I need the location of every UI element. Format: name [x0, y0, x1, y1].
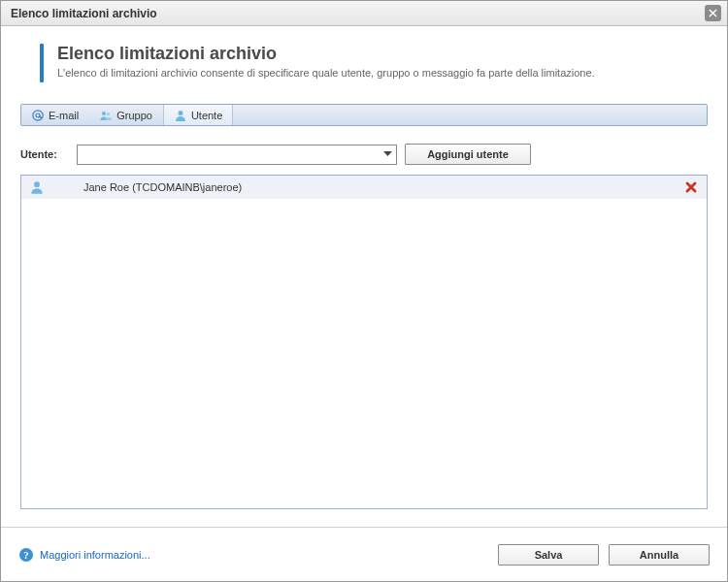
help-icon: ?: [18, 547, 34, 563]
tab-user[interactable]: Utente: [163, 105, 233, 125]
close-icon: [709, 9, 717, 17]
user-label: Utente:: [20, 148, 69, 160]
chevron-down-icon: [383, 151, 392, 157]
tab-email[interactable]: E-mail: [21, 105, 89, 125]
add-user-button[interactable]: Aggiungi utente: [405, 144, 531, 165]
combobox-arrow[interactable]: [380, 146, 396, 164]
user-icon: [174, 109, 187, 122]
user-icon: [29, 179, 45, 195]
tab-bar: E-mail Gruppo Utente: [20, 104, 708, 126]
titlebar: Elenco limitazioni archivio: [1, 1, 727, 26]
delete-icon: [684, 180, 698, 194]
svg-point-2: [102, 112, 106, 115]
page-title: Elenco limitazioni archivio: [57, 44, 595, 64]
content-area: Elenco limitazioni archivio L'elenco di …: [1, 26, 727, 527]
at-icon: [31, 109, 45, 122]
tab-email-label: E-mail: [49, 110, 79, 121]
svg-point-4: [178, 111, 182, 115]
tab-group[interactable]: Gruppo: [89, 105, 163, 125]
user-combobox[interactable]: [77, 145, 397, 165]
window-title: Elenco limitazioni archivio: [11, 7, 705, 20]
dialog-window: Elenco limitazioni archivio Elenco limit…: [0, 0, 728, 582]
save-button[interactable]: Salva: [498, 544, 599, 566]
user-form-row: Utente: Aggiungi utente: [20, 144, 708, 165]
footer: ? Maggiori informazioni... Salva Annulla: [1, 527, 727, 581]
user-list: Jane Roe (TCDOMAINB\janeroe): [20, 175, 708, 509]
list-item[interactable]: Jane Roe (TCDOMAINB\janeroe): [21, 176, 707, 199]
svg-text:?: ?: [23, 549, 29, 561]
list-item-label: Jane Roe (TCDOMAINB\janeroe): [54, 181, 674, 193]
group-icon: [99, 109, 113, 122]
svg-point-3: [107, 112, 110, 114]
cancel-button[interactable]: Annulla: [609, 544, 710, 566]
svg-point-0: [33, 110, 43, 119]
close-button[interactable]: [705, 5, 721, 21]
user-input[interactable]: [78, 146, 380, 164]
tab-group-label: Gruppo: [116, 110, 152, 121]
tab-user-label: Utente: [191, 110, 222, 121]
header-accent: [40, 44, 44, 82]
footer-left: ? Maggiori informazioni...: [18, 547, 488, 563]
footer-buttons: Salva Annulla: [498, 544, 710, 566]
page-subtitle: L'elenco di limitazioni archivio consent…: [57, 67, 595, 79]
svg-point-5: [34, 181, 40, 187]
delete-button[interactable]: [683, 179, 699, 195]
header-text: Elenco limitazioni archivio L'elenco di …: [57, 44, 595, 82]
spacer: [20, 509, 708, 527]
more-info-link[interactable]: Maggiori informazioni...: [40, 549, 150, 561]
page-header: Elenco limitazioni archivio L'elenco di …: [20, 44, 708, 82]
